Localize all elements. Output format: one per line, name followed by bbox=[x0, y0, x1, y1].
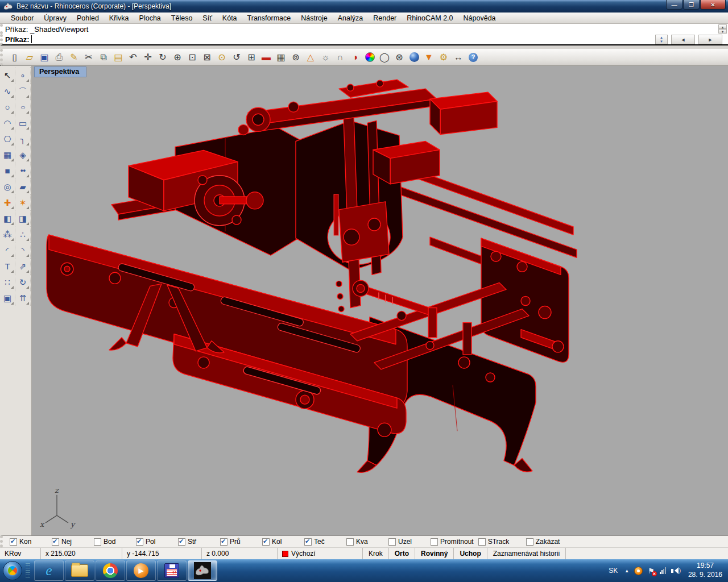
menu-render[interactable]: Render bbox=[368, 13, 402, 23]
viewport-layout-icon[interactable]: ⊞ bbox=[244, 50, 259, 65]
osnap-tec[interactable]: Teč bbox=[304, 538, 346, 546]
scroll-up-icon[interactable]: ▲ bbox=[718, 24, 727, 29]
save-file-icon[interactable]: ▣ bbox=[37, 50, 52, 65]
options-gears-icon[interactable]: ⚙ bbox=[436, 50, 451, 65]
checkbox-icon[interactable] bbox=[346, 538, 354, 546]
status-rovinny[interactable]: Rovinný bbox=[415, 548, 454, 559]
menu-teleso[interactable]: Těleso bbox=[166, 13, 198, 23]
checkbox-icon[interactable] bbox=[136, 538, 143, 546]
conic-curve-icon[interactable]: ◠ bbox=[0, 115, 15, 131]
language-indicator[interactable]: SK bbox=[609, 567, 618, 575]
print-icon[interactable]: ⎙ bbox=[52, 50, 67, 65]
solid-box-icon[interactable]: ■ bbox=[0, 163, 15, 178]
circle-icon[interactable]: ○ bbox=[0, 99, 15, 115]
media-player-button[interactable]: ▶ bbox=[126, 560, 156, 581]
ellipse-icon[interactable]: ○ bbox=[15, 99, 31, 115]
fillet-corner-curve-icon[interactable]: ╮ bbox=[15, 131, 31, 147]
rectangle-icon[interactable]: ▭ bbox=[15, 115, 31, 131]
checkbox-icon[interactable] bbox=[526, 538, 533, 546]
show-hidden-icons[interactable]: ▲ bbox=[624, 568, 629, 573]
minimize-button[interactable]: — bbox=[666, 0, 682, 10]
zoom-dynamic-icon[interactable]: ⊕ bbox=[170, 50, 185, 65]
checkbox-icon[interactable] bbox=[304, 538, 312, 546]
osnap-kva[interactable]: Kva bbox=[346, 538, 388, 546]
osnap-nej[interactable]: Nej bbox=[52, 538, 94, 546]
menu-napoveda[interactable]: Nápověda bbox=[458, 13, 501, 23]
dimension-tool-icon[interactable]: ↔ bbox=[451, 50, 466, 65]
3d-model[interactable] bbox=[47, 80, 577, 472]
chrome-button[interactable] bbox=[96, 560, 125, 581]
menu-kota[interactable]: Kóta bbox=[217, 13, 242, 23]
solid-torus-icon[interactable]: ◎ bbox=[0, 178, 15, 194]
control-point-curve-icon[interactable]: ∿ bbox=[0, 83, 15, 99]
osnap-bod[interactable]: Bod bbox=[94, 538, 136, 546]
gumball-shapes-icon[interactable]: △ bbox=[303, 50, 318, 65]
file-explorer-button[interactable] bbox=[65, 560, 94, 581]
zoom-window-icon[interactable]: ⊡ bbox=[185, 50, 200, 65]
rhinoceros-taskbar-button[interactable] bbox=[188, 560, 217, 581]
checkbox-icon[interactable] bbox=[388, 538, 396, 546]
status-historie[interactable]: Zaznamenávat historii bbox=[487, 548, 566, 559]
color-wheel-icon[interactable] bbox=[362, 50, 377, 65]
osnap-str[interactable]: Stř bbox=[178, 538, 220, 546]
checkbox-icon[interactable] bbox=[94, 538, 101, 546]
osnap-uzel[interactable]: Uzel bbox=[388, 538, 431, 546]
color-circles-icon[interactable]: ⁂ bbox=[0, 226, 15, 242]
clock[interactable]: 19:57 28. 9. 2016 bbox=[688, 562, 722, 579]
help-icon[interactable]: ? bbox=[466, 50, 481, 65]
undo-icon[interactable]: ↶ bbox=[126, 50, 140, 65]
menu-pohled[interactable]: Pohled bbox=[72, 13, 104, 23]
osnap-pol[interactable]: Pol bbox=[136, 538, 178, 546]
command-prompt[interactable]: Příkaz: ▲▼ ◄ ► bbox=[0, 34, 728, 45]
single-point-icon[interactable]: ∘ bbox=[15, 67, 31, 83]
checkbox-icon[interactable] bbox=[10, 538, 17, 546]
checkbox-icon[interactable] bbox=[478, 538, 486, 546]
menu-rhinocam[interactable]: RhinoCAM 2.0 bbox=[402, 13, 458, 23]
osnap-zakazat[interactable]: Zakázat bbox=[526, 538, 568, 546]
scroll-down-icon[interactable]: ▼ bbox=[718, 29, 727, 34]
osnap-circle-icon[interactable]: ⊚ bbox=[288, 50, 303, 65]
trim-icon[interactable]: ◧ bbox=[0, 210, 15, 226]
osnap-promitnout[interactable]: Promítnout bbox=[431, 538, 474, 546]
move-points-icon[interactable]: ⇗ bbox=[15, 258, 31, 274]
undo-view-icon[interactable]: ↺ bbox=[229, 50, 244, 65]
restore-button[interactable]: ❐ bbox=[683, 0, 700, 10]
checkbox-icon[interactable] bbox=[220, 538, 228, 546]
start-button[interactable] bbox=[3, 561, 22, 580]
network-signal-icon[interactable] bbox=[660, 567, 666, 574]
arc-icon[interactable]: ⌒ bbox=[15, 83, 31, 99]
copy-icon[interactable]: ⧉ bbox=[96, 50, 111, 65]
checkbox-icon[interactable] bbox=[52, 538, 59, 546]
boolean-union-icon[interactable]: ✚ bbox=[0, 194, 15, 210]
named-view-car-icon[interactable]: ▬ bbox=[259, 50, 274, 65]
select-arrow-icon[interactable]: ↖ bbox=[0, 67, 15, 83]
action-center-flag-icon[interactable]: ⚑✕ bbox=[648, 567, 655, 575]
command-history-scrollbar[interactable]: ▲ ▼ bbox=[718, 24, 727, 34]
cut-icon[interactable]: ✂ bbox=[81, 50, 96, 65]
menu-upravy[interactable]: Úpravy bbox=[39, 13, 72, 23]
command-spinner[interactable]: ▲▼ bbox=[655, 35, 668, 44]
perspective-viewport[interactable]: Perspektiva bbox=[32, 66, 728, 535]
menu-krivka[interactable]: Křivka bbox=[104, 13, 134, 23]
split-icon[interactable]: ◨ bbox=[15, 210, 31, 226]
paste-icon[interactable]: ▤ bbox=[111, 50, 126, 65]
viewport-canvas[interactable]: x y z bbox=[32, 66, 728, 535]
osnap-kon[interactable]: Kon bbox=[10, 538, 52, 546]
solid-union-box-icon[interactable]: ▣ bbox=[0, 290, 15, 306]
alert-cone-icon[interactable]: ▼ bbox=[421, 50, 436, 65]
osnap-pru[interactable]: Prů bbox=[220, 538, 262, 546]
lock-icon[interactable]: ∩ bbox=[333, 50, 348, 65]
curved-surface-icon[interactable]: ◈ bbox=[15, 147, 31, 163]
menu-transformace[interactable]: Transformace bbox=[242, 13, 296, 23]
checkbox-icon[interactable] bbox=[178, 538, 185, 546]
solid-spheres-icon[interactable]: ●● bbox=[15, 163, 31, 178]
sweep-surface-icon[interactable]: ▰ bbox=[15, 178, 31, 194]
render-sphere-icon[interactable] bbox=[407, 50, 421, 65]
new-document-icon[interactable]: ▯ bbox=[7, 50, 22, 65]
next-command-button[interactable]: ► bbox=[698, 35, 722, 44]
polygon-icon[interactable]: ⎔ bbox=[0, 131, 15, 147]
close-button[interactable]: ✕ bbox=[700, 0, 726, 10]
shaded-display-icon[interactable]: ◑ bbox=[348, 50, 362, 65]
color-dots-icon[interactable]: ∴ bbox=[15, 226, 31, 242]
fillet-curve-icon[interactable]: ◜ bbox=[0, 242, 15, 258]
